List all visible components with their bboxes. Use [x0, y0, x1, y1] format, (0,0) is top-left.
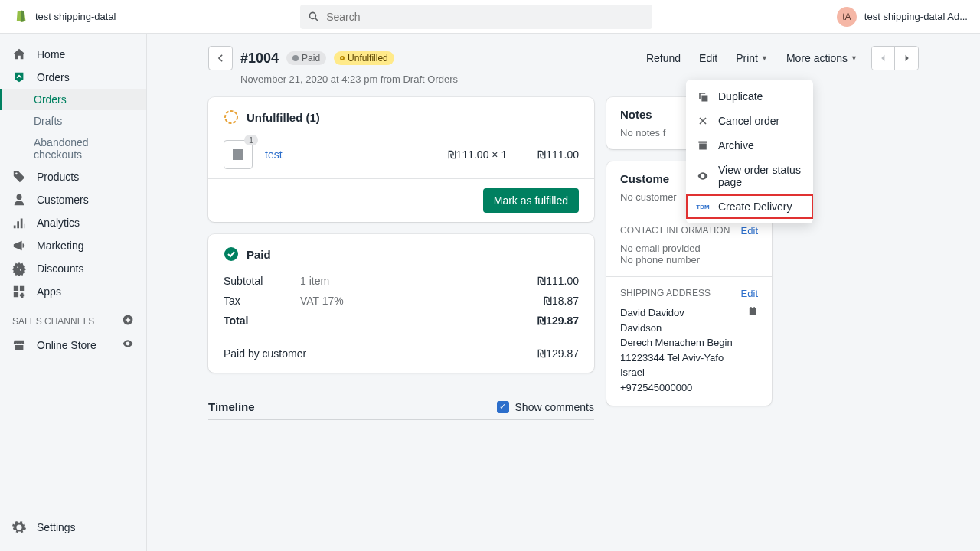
clipboard-icon[interactable]	[747, 305, 758, 318]
dropdown-archive[interactable]: Archive	[686, 133, 813, 158]
analytics-icon	[12, 216, 26, 230]
dropdown-cancel[interactable]: Cancel order	[686, 109, 813, 133]
addr-line: Israel	[620, 365, 758, 380]
sidebar-item-label: Online Store	[37, 339, 96, 351]
sidebar-item-label: Home	[37, 48, 65, 60]
dot-icon	[340, 56, 345, 60]
sidebar-item-marketing[interactable]: Marketing	[0, 234, 146, 257]
sidebar-sub-drafts[interactable]: Drafts	[0, 110, 146, 132]
addr-line: Derech Menachem Begin	[620, 335, 758, 350]
sidebar-item-customers[interactable]: Customers	[0, 188, 146, 211]
dropdown-label: Cancel order	[718, 115, 779, 127]
more-actions-button[interactable]: More actions ▼ Duplicate Cancel order Ar…	[782, 49, 862, 67]
eye-icon	[697, 170, 709, 182]
sidebar-item-apps[interactable]: Apps	[0, 280, 146, 303]
more-actions-label: More actions	[786, 52, 848, 64]
show-comments-toggle[interactable]: ✓ Show comments	[497, 401, 594, 413]
sidebar-item-analytics[interactable]: Analytics	[0, 211, 146, 234]
addr-line: Davidson	[620, 321, 758, 336]
row-value: ₪129.87	[537, 315, 579, 327]
sidebar-item-label: Settings	[37, 521, 76, 533]
order-nav-buttons	[871, 46, 919, 70]
item-count-badge: 1	[244, 135, 258, 145]
user-name[interactable]: test shipping-datal Ad...	[864, 11, 968, 22]
search-icon	[308, 11, 320, 23]
row-label: Tax	[224, 295, 300, 307]
gear-icon	[12, 520, 26, 534]
dropdown-label: Duplicate	[718, 90, 763, 103]
archive-icon	[697, 139, 709, 152]
row-value: ₪111.00	[537, 275, 579, 287]
close-icon	[697, 115, 709, 127]
next-order-button[interactable]	[895, 47, 918, 70]
store-icon	[12, 338, 26, 352]
caret-down-icon: ▼	[761, 54, 768, 62]
contact-email: No email provided	[620, 243, 758, 254]
item-name-link[interactable]: test	[265, 148, 436, 161]
sidebar-item-products[interactable]: Products	[0, 165, 146, 188]
row-mid: 1 item	[300, 275, 537, 287]
addr-line: 11223344 Tel Aviv-Yafo	[620, 350, 758, 366]
addr-line: David Davidov	[620, 305, 758, 321]
tdm-icon: TDM	[697, 201, 709, 213]
sidebar-item-label: Apps	[37, 285, 61, 298]
sidebar-item-home[interactable]: Home	[0, 43, 146, 66]
badge-label: Paid	[302, 53, 320, 64]
sidebar-item-settings[interactable]: Settings	[0, 516, 146, 539]
eye-icon[interactable]	[122, 337, 134, 352]
timeline-header: Timeline ✓ Show comments	[208, 385, 594, 420]
line-item: 1 test ₪111.00 × 1 ₪111.00	[208, 131, 594, 178]
card-title: Unfulfilled (1)	[247, 111, 320, 124]
row-label: Paid by customer	[224, 347, 377, 360]
mark-fulfilled-button[interactable]: Mark as fulfilled	[483, 188, 579, 213]
sidebar: Home Orders Orders Drafts Abandoned chec…	[0, 34, 147, 551]
sidebar-item-orders[interactable]: Orders	[0, 66, 146, 89]
paid-card: Paid Subtotal1 item₪111.00 TaxVAT 17%₪18…	[208, 234, 594, 373]
sidebar-item-label: Orders	[37, 71, 70, 83]
contact-phone: No phone number	[620, 254, 758, 266]
shopify-logo	[12, 9, 28, 24]
topbar: test shipping-datal tA test shipping-dat…	[0, 0, 980, 34]
refund-button[interactable]: Refund	[642, 49, 685, 67]
dropdown-create-delivery[interactable]: TDMCreate Delivery	[686, 194, 813, 219]
avatar[interactable]: tA	[837, 7, 857, 27]
item-thumbnail[interactable]: 1	[224, 140, 253, 169]
back-button[interactable]	[208, 46, 233, 70]
addr-line: +972545000000	[620, 380, 758, 396]
sidebar-item-online-store[interactable]: Online Store	[0, 333, 146, 357]
sidebar-item-label: Products	[37, 171, 79, 183]
orders-icon	[12, 70, 26, 84]
shipping-heading: SHIPPING ADDRESS	[620, 288, 710, 299]
arrow-left-icon	[214, 52, 227, 64]
add-channel-icon[interactable]	[122, 314, 134, 328]
sidebar-item-label: Orders	[34, 93, 67, 106]
paid-status-icon	[224, 246, 239, 262]
more-actions-dropdown: Duplicate Cancel order Archive View orde…	[686, 80, 813, 223]
timeline-title: Timeline	[208, 400, 255, 413]
edit-shipping-link[interactable]: Edit	[741, 288, 758, 299]
discount-icon	[12, 262, 26, 276]
chevron-left-icon	[878, 53, 889, 64]
sidebar-item-label: Discounts	[37, 262, 83, 275]
caret-down-icon: ▼	[851, 54, 858, 62]
row-label: Total	[224, 315, 300, 327]
search-input[interactable]	[326, 11, 645, 23]
edit-button[interactable]: Edit	[694, 49, 722, 67]
chevron-right-icon	[901, 53, 912, 64]
tag-icon	[12, 170, 26, 184]
sidebar-sub-abandoned[interactable]: Abandoned checkouts	[0, 132, 146, 165]
subtotal-row: Subtotal1 item₪111.00	[224, 271, 579, 291]
unfulfilled-status-icon	[224, 109, 239, 125]
edit-contact-link[interactable]: Edit	[741, 225, 758, 236]
dot-icon	[292, 55, 299, 61]
print-button[interactable]: Print ▼	[731, 49, 773, 67]
customer-icon	[12, 193, 26, 207]
item-line-total: ₪111.00	[537, 148, 579, 161]
dropdown-duplicate[interactable]: Duplicate	[686, 84, 813, 109]
sidebar-item-discounts[interactable]: Discounts	[0, 257, 146, 280]
dropdown-view-status[interactable]: View order status page	[686, 158, 813, 194]
order-title: #1004	[240, 51, 279, 67]
sidebar-item-label: Drafts	[34, 115, 62, 127]
sidebar-sub-orders[interactable]: Orders	[0, 89, 146, 110]
search-box[interactable]	[300, 5, 652, 29]
